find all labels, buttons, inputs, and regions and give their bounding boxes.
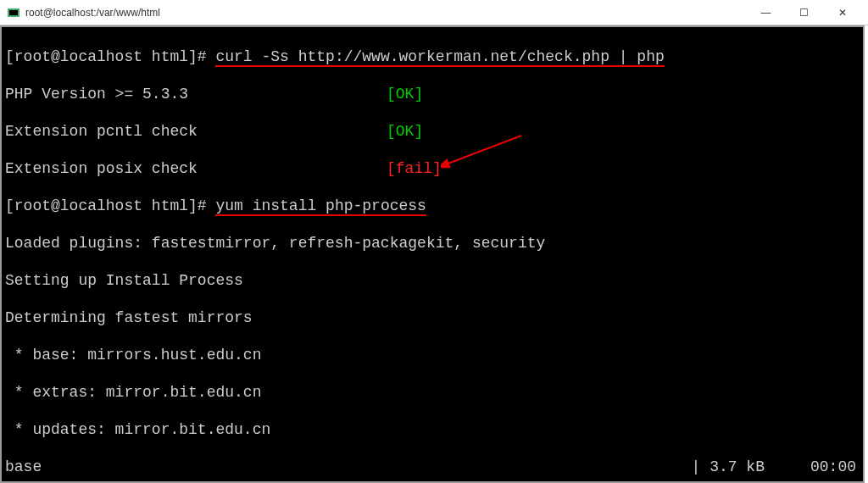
yum-output: Loaded plugins: fastestmirror, refresh-p… (5, 234, 860, 253)
status-ok: [OK] (387, 85, 423, 103)
maximize-button[interactable]: ☐ (785, 0, 823, 25)
shell-prompt: [root@localhost html]# (5, 197, 215, 214)
mirror-updates: * updates: mirror.bit.edu.cn (5, 420, 860, 439)
terminal-output[interactable]: [root@localhost html]# curl -Ss http://w… (0, 25, 865, 483)
minimize-button[interactable]: — (747, 0, 785, 25)
check-pcntl: Extension pcntl check (5, 122, 198, 141)
repo-row: base (5, 458, 42, 476)
yum-output: Setting up Install Process (5, 271, 860, 290)
svg-rect-1 (9, 10, 18, 15)
window-controls: — ☐ ✕ (747, 0, 861, 25)
check-posix: Extension posix check (5, 159, 198, 178)
command-curl: curl -Ss http://www.workerman.net/check.… (215, 48, 664, 67)
putty-icon (7, 6, 20, 19)
mirror-extras: * extras: mirror.bit.edu.cn (5, 383, 860, 402)
window-titlebar: root@localhost:/var/www/html — ☐ ✕ (0, 0, 868, 25)
status-ok: [OK] (387, 122, 423, 141)
window-title: root@localhost:/var/www/html (25, 7, 747, 19)
status-fail: [fail] (387, 159, 442, 178)
mirror-base: * base: mirrors.hust.edu.cn (5, 346, 860, 364)
yum-output: Determining fastest mirrors (5, 308, 860, 327)
command-yum: yum install php-process (215, 197, 426, 216)
close-button[interactable]: ✕ (823, 0, 861, 25)
check-php-version: PHP Version >= 5.3.3 (5, 85, 188, 103)
shell-prompt: [root@localhost html]# (5, 48, 215, 65)
repo-stats: | 3.7 kB 00:00 (692, 458, 856, 476)
